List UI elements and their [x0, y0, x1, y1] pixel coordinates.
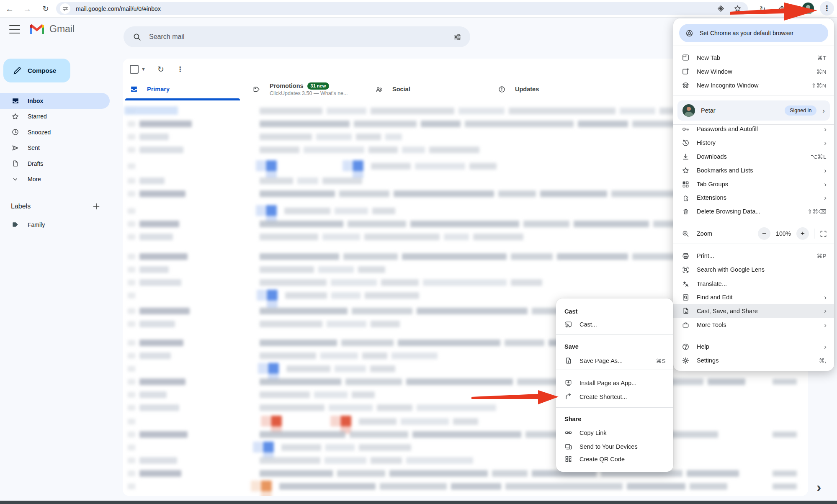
submenu-item-label: Create QR Code	[579, 456, 666, 463]
menu-item-search-with-google-lens[interactable]: Search with Google Lens	[673, 263, 834, 277]
info-icon	[498, 85, 506, 93]
submenu-item-send-to-your-devices[interactable]: Send to Your Devices	[556, 440, 673, 453]
submenu-item-label: Copy Link	[579, 429, 666, 436]
email-row[interactable]	[123, 482, 797, 493]
menu-item-new-tab[interactable]: New Tab⌘T	[673, 51, 834, 64]
bookmark-star-icon[interactable]	[733, 4, 742, 13]
extension-icon[interactable]: ↻	[756, 3, 769, 15]
more-options-kebab-icon[interactable]: ⋮	[177, 65, 184, 74]
sidebar-item-sent[interactable]: Sent	[0, 140, 110, 156]
email-row[interactable]	[123, 469, 797, 480]
refresh-icon[interactable]: ↻	[157, 64, 164, 74]
compose-button[interactable]: Compose	[3, 59, 70, 82]
menu-item-settings[interactable]: Settings⌘,	[673, 354, 834, 368]
submenu-item-save-page-as[interactable]: Save Page As...⌘S	[556, 354, 673, 368]
zoom-row: Zoom − 100% +	[673, 225, 834, 242]
sidebar-item-starred[interactable]: Starred	[0, 109, 110, 125]
menu-item-extensions[interactable]: Extensions›	[673, 191, 834, 205]
create-label-plus-icon[interactable]	[92, 202, 100, 211]
tab-updates[interactable]: Updates	[491, 78, 612, 100]
menu-item-label: Find and Edit	[697, 294, 824, 301]
email-row[interactable]	[123, 443, 797, 454]
set-default-browser-label: Set Chrome as your default browser	[700, 30, 793, 36]
shortcut-label: ⌘N	[816, 68, 827, 75]
zoom-out-button[interactable]: −	[758, 227, 770, 240]
profile-name: Petar	[701, 107, 779, 114]
browser-menu-kebab-icon[interactable]: ⋮	[820, 1, 834, 15]
tab-social[interactable]: Social	[368, 78, 489, 100]
people-icon	[375, 85, 384, 93]
submenu-header-share: Share	[556, 414, 673, 424]
share-icon[interactable]	[775, 3, 788, 15]
search-input[interactable]	[148, 33, 453, 41]
menu-item-help[interactable]: Help›	[673, 340, 834, 354]
url-text: mail.google.com/mail/u/0/#inbox	[76, 5, 161, 12]
submenu-item-install-page-as-app[interactable]: Install Page as App...	[556, 376, 673, 390]
address-bar[interactable]: mail.google.com/mail/u/0/#inbox	[56, 2, 748, 15]
sidebar-label-family[interactable]: Family	[0, 217, 110, 233]
menu-item-history[interactable]: History›	[673, 136, 834, 150]
search-bar[interactable]	[124, 26, 470, 47]
menu-item-find-and-edit[interactable]: Find and Edit›	[673, 291, 834, 304]
menu-item-passwords-and-autofill[interactable]: Passwords and Autofill›	[673, 122, 834, 136]
save-page-icon	[564, 357, 573, 365]
menu-item-new-incognito-window[interactable]: New Incognito Window⇧⌘N	[673, 78, 834, 92]
search-icon[interactable]	[133, 33, 142, 41]
shortcut-label: ⌘P	[816, 252, 827, 259]
zoom-in-button[interactable]: +	[796, 227, 809, 240]
lens-icon[interactable]	[716, 4, 725, 13]
submenu-item-copy-link[interactable]: Copy Link	[556, 426, 673, 440]
menu-item-new-window[interactable]: New Window⌘N	[673, 64, 834, 78]
email-row[interactable]	[123, 456, 797, 467]
tab-subtitle: ClickUpdates 3.50 — What's ne...	[270, 90, 348, 96]
menu-item-tab-groups[interactable]: Tab Groups›	[673, 177, 834, 191]
sidebar-item-drafts[interactable]: Drafts	[0, 156, 110, 172]
back-icon[interactable]: ←	[3, 3, 16, 15]
tab-label: Updates	[515, 86, 539, 93]
menu-item-delete-browsing-data[interactable]: Delete Browsing Data...⇧⌘⌫	[673, 205, 834, 219]
zoom-label: Zoom	[697, 230, 712, 237]
tab-primary[interactable]: Primary	[123, 78, 244, 100]
menu-item-label: Search with Google Lens	[697, 266, 827, 273]
select-caret-icon[interactable]: ▼	[141, 67, 146, 72]
email-row[interactable]	[123, 403, 797, 414]
chevron-right-icon: ›	[824, 167, 827, 174]
sidebar-item-more[interactable]: More	[0, 172, 110, 188]
menu-item-cast-save-and-share[interactable]: Cast, Save, and Share›	[673, 304, 834, 318]
list-toolbar: ▼ ↻ ⋮	[123, 62, 184, 76]
search-options-tune-icon[interactable]	[453, 33, 462, 41]
menu-item-print[interactable]: Print...⌘P	[673, 249, 834, 263]
menu-item-bookmarks-and-lists[interactable]: Bookmarks and Lists›	[673, 164, 834, 177]
tab-promotions[interactable]: Promotions31 new ClickUpdates 3.50 — Wha…	[245, 78, 367, 100]
menu-item-translate[interactable]: Translate...	[673, 277, 834, 291]
sidebar-item-inbox[interactable]: Inbox	[0, 93, 110, 109]
email-row[interactable]	[123, 417, 797, 428]
key-icon	[682, 125, 690, 133]
forward-icon[interactable]: →	[21, 3, 33, 15]
submenu-item-create-shortcut[interactable]: Create Shortcut...	[556, 390, 673, 404]
email-row[interactable]	[123, 430, 797, 441]
menu-item-downloads[interactable]: Downloads⌥⌘L	[673, 150, 834, 164]
profile-avatar[interactable]	[802, 3, 814, 14]
email-row[interactable]	[123, 377, 797, 388]
fullscreen-icon[interactable]	[819, 230, 827, 238]
compose-pencil-icon	[13, 66, 22, 75]
new-count-badge: 31 new	[307, 82, 330, 90]
side-panel-expand-chevron[interactable]: ›	[816, 479, 821, 495]
select-all-checkbox[interactable]	[130, 65, 139, 74]
submenu-item-cast[interactable]: Cast...	[556, 317, 673, 331]
translate-icon	[682, 280, 690, 288]
submenu-item-create-qr-code[interactable]: Create QR Code	[556, 452, 673, 466]
sidebar-item-snoozed[interactable]: Snoozed	[0, 124, 110, 140]
reload-icon[interactable]: ↻	[39, 3, 52, 15]
settings-icon	[682, 357, 690, 365]
menu-item-more-tools[interactable]: More Tools›	[673, 318, 834, 332]
site-info-icon[interactable]	[60, 3, 70, 14]
set-default-browser-button[interactable]: Set Chrome as your default browser	[679, 24, 828, 42]
create-shortcut-icon	[564, 393, 573, 401]
profile-row[interactable]: Petar Signed in ›	[677, 100, 830, 121]
hamburger-menu-icon[interactable]	[9, 25, 20, 33]
shortcut-label: ⌘S	[656, 357, 666, 364]
email-row[interactable]	[123, 390, 797, 401]
draft-icon	[11, 159, 20, 167]
